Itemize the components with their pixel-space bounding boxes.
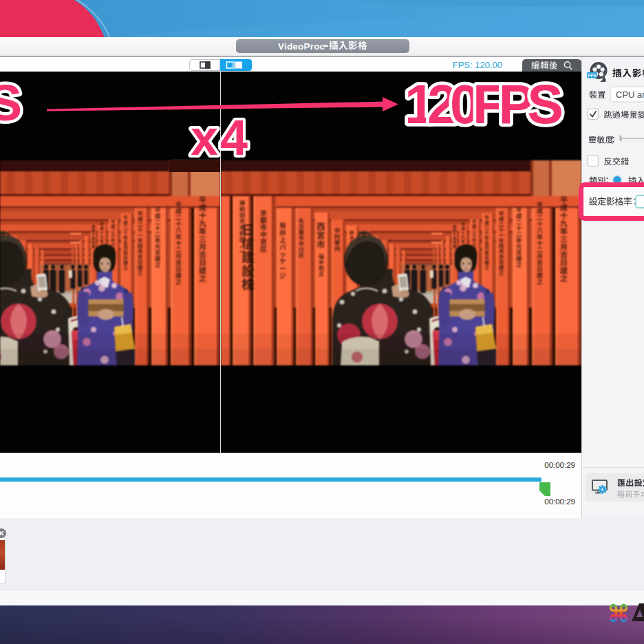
- svg-text:FPS: FPS: [588, 73, 597, 78]
